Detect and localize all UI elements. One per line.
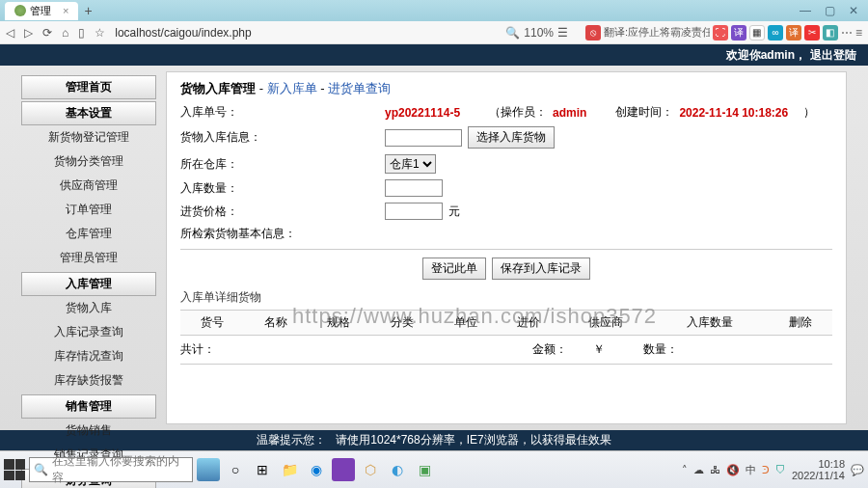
tray-network-icon[interactable]: 🖧 [710, 464, 720, 475]
summary-row: 共计： 金额： ￥ 数量： [180, 336, 832, 365]
sidebar-header[interactable]: 入库管理 [21, 272, 156, 296]
register-button[interactable]: 登记此单 [422, 258, 486, 280]
ext-icon-7[interactable]: ◧ [823, 25, 838, 41]
table-header: 入库数量 [651, 311, 769, 336]
ext-icon-5[interactable]: 译 [786, 25, 801, 41]
warehouse-label: 所在仓库： [180, 156, 277, 173]
sidebar-item[interactable]: 货物入库 [21, 296, 156, 320]
warehouse-select[interactable]: 仓库1 [385, 154, 436, 174]
minimize-icon[interactable]: — [800, 4, 811, 17]
content-panel: 货物入库管理 - 新入库单 - 进货单查询 入库单号： yp20221114-5… [166, 71, 847, 424]
operator-label: （操作员： [489, 104, 547, 121]
new-tab-button[interactable]: + [84, 3, 92, 18]
home-icon[interactable]: ⌂ [62, 26, 68, 40]
order-no-value: yp20221114-5 [385, 106, 460, 120]
back-icon[interactable]: ◁ [6, 26, 14, 40]
app-header: 欢迎你admin， 退出登陆 [0, 44, 868, 66]
price-unit: 元 [448, 203, 460, 220]
table-header: 规格 [307, 311, 370, 336]
qty-label: 入库数量： [180, 180, 277, 197]
qty-input[interactable] [385, 179, 443, 197]
ext-icon-1[interactable]: ⛶ [713, 25, 728, 41]
app-icon-1[interactable] [332, 458, 355, 481]
sidebar-item[interactable]: 货物分类管理 [21, 149, 156, 174]
sidebar-item[interactable]: 订单管理 [21, 198, 156, 222]
browser-navbar: ◁ ▷ ⟳ ⌂ ▯ ☆ localhost/caigou/index.php 🔍… [0, 21, 868, 44]
created-label: 创建时间： [615, 104, 673, 121]
sidebar-item[interactable]: 新货物登记管理 [21, 125, 156, 149]
created-value: 2022-11-14 10:18:26 [679, 106, 788, 120]
tab-title: 管理 [30, 4, 51, 18]
translate-hint: 翻译:应停止将霸凌责任甩锅 [604, 25, 710, 40]
sidebar-item[interactable]: 管理员管理 [21, 246, 156, 270]
price-label: 进货价格： [180, 203, 277, 220]
select-goods-button[interactable]: 选择入库货物 [468, 126, 555, 149]
detail-table: 货号名称规格分类单位进价供应商入库数量删除 [180, 310, 832, 336]
ext-icon-4[interactable]: ∞ [768, 25, 783, 41]
menu-icon[interactable]: ≡ [855, 26, 862, 40]
cortana-icon[interactable]: ○ [224, 458, 247, 481]
zoom-search-icon[interactable]: 🔍 [505, 26, 520, 40]
ext-icon-6[interactable]: ✂ [804, 25, 820, 41]
goods-info-input[interactable] [385, 129, 462, 147]
sidebar-item[interactable]: 供应商管理 [21, 174, 156, 198]
crumb-title: 货物入库管理 [180, 81, 256, 95]
browser-tab[interactable]: 管理 × [5, 2, 78, 20]
close-window-icon[interactable]: ✕ [849, 4, 858, 17]
app-icon-4[interactable]: ▣ [413, 458, 436, 481]
ext-icon-3[interactable]: ▦ [749, 25, 765, 41]
reader-icon[interactable]: ▯ [78, 26, 85, 40]
total-label: 共计： [180, 341, 238, 358]
sidebar-item[interactable]: 库存缺货报警 [21, 368, 156, 393]
price-input[interactable] [385, 203, 443, 220]
save-record-button[interactable]: 保存到入库记录 [492, 258, 590, 280]
tray-onedrive-icon[interactable]: ☁ [693, 464, 704, 476]
sidebar-item[interactable]: 库存情况查询 [21, 344, 156, 368]
reload-icon[interactable]: ⟳ [42, 26, 52, 40]
tray-ime-icon[interactable]: 中 [746, 463, 756, 477]
edge-icon[interactable]: ◉ [305, 458, 328, 481]
favorite-icon[interactable]: ☆ [95, 26, 105, 40]
forward-icon[interactable]: ▷ [24, 26, 33, 40]
sidebar-item[interactable]: 入库记录查询 [21, 320, 156, 344]
tab-favicon-icon [14, 5, 26, 16]
explorer-icon[interactable]: 📁 [278, 458, 301, 481]
window-controls: — ▢ ✕ [800, 4, 868, 17]
logout-link[interactable]: 退出登陆 [810, 47, 856, 64]
taskbar-app-1[interactable] [197, 458, 220, 481]
app-icon-2[interactable]: ⬡ [359, 458, 382, 481]
sidebar-header[interactable]: 管理首页 [21, 75, 156, 99]
sidebar-header[interactable]: 基本设置 [21, 101, 156, 125]
app-icon-3[interactable]: ◐ [386, 458, 409, 481]
search-info-label: 所检索货物基本信息： [180, 226, 296, 242]
tray-shield-icon[interactable]: ⛉ [775, 464, 786, 475]
address-bar[interactable]: localhost/caigou/index.php [115, 26, 251, 40]
more-ext-icon[interactable]: ⋯ [841, 26, 853, 40]
zoom-menu-icon[interactable]: ☰ [557, 26, 568, 40]
table-header: 供应商 [560, 311, 651, 336]
taskview-icon[interactable]: ⊞ [251, 458, 274, 481]
operator-value: admin [553, 106, 586, 120]
sidebar: 管理首页基本设置新货物登记管理货物分类管理供应商管理订单管理仓库管理管理员管理入… [0, 66, 156, 430]
close-icon[interactable]: × [63, 5, 68, 16]
maximize-icon[interactable]: ▢ [825, 4, 835, 17]
crumb-query[interactable]: 进货单查询 [328, 81, 391, 95]
tray-sync-icon[interactable]: Ͽ [762, 464, 770, 476]
start-button[interactable] [4, 459, 25, 480]
detail-section-title: 入库单详细货物 [180, 284, 832, 310]
block-ext-icon[interactable]: ⦸ [585, 25, 601, 41]
taskbar-search[interactable]: 🔍 在这里输入你要搜索的内容 [29, 457, 193, 482]
table-header: 分类 [370, 311, 434, 336]
taskbar: 🔍 在这里输入你要搜索的内容 ○ ⊞ 📁 ◉ ⬡ ◐ ▣ ˄ ☁ 🖧 🔇 中 Ͽ… [0, 450, 868, 488]
ext-icon-2[interactable]: 译 [731, 25, 746, 41]
sidebar-item[interactable]: 仓库管理 [21, 222, 156, 246]
sidebar-item[interactable]: 货物销售 [21, 419, 156, 443]
extension-icons: ⦸ 翻译:应停止将霸凌责任甩锅 ⛶ 译 ▦ ∞ 译 ✂ ◧ ⋯ ≡ [585, 25, 862, 41]
tray-volume-icon[interactable]: 🔇 [726, 464, 740, 476]
crumb-new-order[interactable]: 新入库单 [267, 81, 317, 95]
notifications-icon[interactable]: 💬 [851, 464, 864, 476]
sidebar-header[interactable]: 销售管理 [21, 394, 156, 419]
close-paren: ） [803, 104, 815, 121]
tray-chevron-icon[interactable]: ˄ [682, 464, 688, 476]
taskbar-clock[interactable]: 10:18 2022/11/14 [792, 458, 845, 481]
